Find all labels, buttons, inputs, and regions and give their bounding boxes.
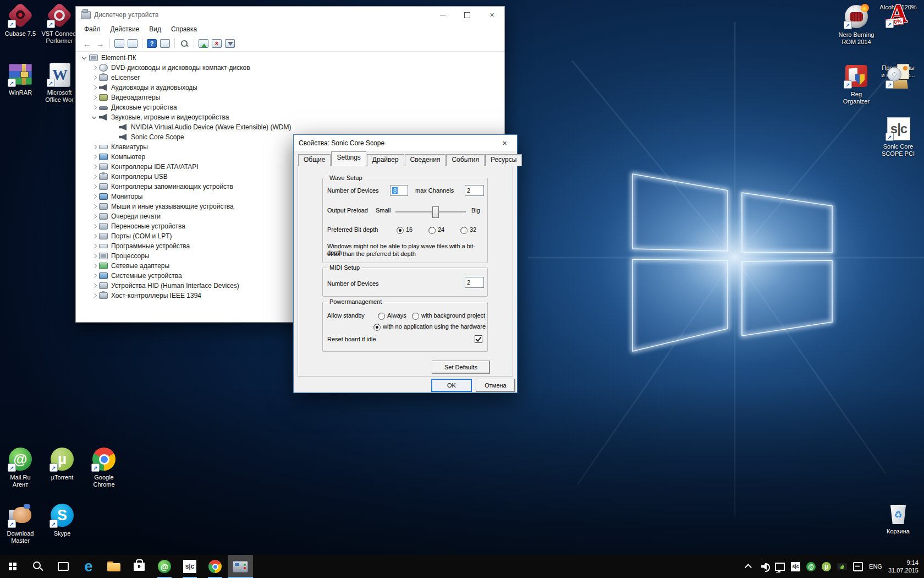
wave-devices-input[interactable]: 8 xyxy=(390,185,408,196)
chevron-right-icon[interactable] xyxy=(90,271,99,280)
taskbar-mailru-button[interactable]: @ xyxy=(152,555,177,578)
chevron-right-icon[interactable] xyxy=(90,281,99,290)
desktop-icon-download-master[interactable]: ↗ DownloadMaster xyxy=(0,502,43,544)
cancel-button[interactable]: Отмена xyxy=(476,379,515,392)
chevron-right-icon[interactable] xyxy=(90,212,99,221)
chevron-down-icon[interactable] xyxy=(80,53,89,62)
chevron-right-icon[interactable] xyxy=(90,242,99,250)
tray-utorrent-icon[interactable]: µ xyxy=(822,562,831,571)
taskbar-explorer-button[interactable] xyxy=(101,555,127,578)
tree-item-dvd[interactable]: DVD-дисководы и дисководы компакт-дисков xyxy=(76,63,504,73)
tree-item-audio-io[interactable]: Аудиовходы и аудиовыходы xyxy=(76,83,504,92)
disable-device-button[interactable] xyxy=(223,37,237,50)
help-button[interactable]: ? xyxy=(145,37,158,50)
desktop-icon-alcohol[interactable]: A 120% ↗ Alcohol 120% xyxy=(875,2,921,11)
dialog-close-button[interactable]: × xyxy=(492,135,517,151)
chevron-right-icon[interactable] xyxy=(90,232,99,241)
preload-slider-thumb[interactable] xyxy=(432,206,439,218)
uninstall-device-button[interactable]: × xyxy=(210,37,223,50)
desktop-icon-chrome[interactable]: ↗ GoogleChrome xyxy=(81,446,127,488)
task-view-button[interactable] xyxy=(51,555,76,578)
update-driver-button[interactable] xyxy=(197,37,210,50)
tab-resources[interactable]: Ресурсы xyxy=(485,154,522,166)
menu-help[interactable]: Справка xyxy=(166,24,202,34)
search-button[interactable] xyxy=(25,555,51,578)
back-button[interactable]: ← xyxy=(80,37,94,50)
chevron-right-icon[interactable] xyxy=(90,202,99,211)
tray-mailru-icon[interactable]: @ xyxy=(806,562,816,571)
taskbar-edge-button[interactable]: e xyxy=(76,555,101,578)
preload-slider-track[interactable] xyxy=(395,211,466,212)
desktop-icon-nero[interactable]: ↗ Nero BurningROM 2014 xyxy=(833,3,879,46)
chevron-right-icon[interactable] xyxy=(90,93,99,102)
chevron-right-icon[interactable] xyxy=(90,143,99,151)
chevron-right-icon[interactable] xyxy=(90,152,99,161)
bitdepth-24-radio[interactable] xyxy=(428,227,436,234)
volume-button[interactable] xyxy=(759,561,769,571)
taskbar-chrome-button[interactable] xyxy=(202,555,228,578)
tab-general[interactable]: Общие xyxy=(298,154,331,166)
standby-noapp-radio[interactable] xyxy=(373,324,381,331)
language-indicator[interactable]: ENG xyxy=(869,563,882,570)
network-button[interactable] xyxy=(775,561,785,571)
desktop-icon-skype[interactable]: S ↗ Skype xyxy=(39,502,85,537)
tree-item-element-pk[interactable]: Element-ПК xyxy=(76,53,504,63)
max-channels-input[interactable]: 2 xyxy=(465,185,484,196)
desktop-icon-scope-pci[interactable]: s|c ↗ Sonic CoreSCOPE PCI xyxy=(875,115,921,157)
taskbar-scope-button[interactable]: s|c xyxy=(177,555,202,578)
tab-driver[interactable]: Драйвер xyxy=(367,154,404,166)
minimize-button[interactable] xyxy=(430,7,455,23)
desktop-icon-programs[interactable]: ↗ Программыи компоне... xyxy=(875,63,921,79)
desktop-icon-reg-organizer[interactable]: ↗ RegOrganizer xyxy=(833,63,879,105)
ok-button[interactable]: OK xyxy=(431,379,472,392)
bitdepth-16-radio[interactable] xyxy=(397,227,404,234)
bitdepth-32-radio[interactable] xyxy=(460,227,468,234)
show-console-tree-button[interactable] xyxy=(113,37,126,50)
desktop-icon-mailru[interactable]: @ ↗ Mail.RuАгент xyxy=(0,446,43,488)
menu-view[interactable]: Вид xyxy=(144,24,166,34)
midi-devices-input[interactable]: 2 xyxy=(465,277,484,288)
chevron-right-icon[interactable] xyxy=(90,222,99,231)
dialog-title-bar[interactable]: Свойства: Sonic Core Scope × xyxy=(294,135,517,151)
close-button[interactable]: × xyxy=(480,7,504,23)
set-defaults-button[interactable]: Set Defaults xyxy=(432,361,490,374)
tray-nvidia-icon[interactable] xyxy=(837,561,847,571)
chevron-right-icon[interactable] xyxy=(90,252,99,260)
tree-item-nvidia-virtual-audio[interactable]: NVIDIA Virtual Audio Device (Wave Extens… xyxy=(76,122,504,132)
desktop-icon-utorrent[interactable]: µ ↗ µTorrent xyxy=(39,446,85,481)
chevron-right-icon[interactable] xyxy=(90,291,99,300)
tree-item-disk-devices[interactable]: Дисковые устройства xyxy=(76,102,504,112)
start-button[interactable] xyxy=(0,555,25,578)
menu-action[interactable]: Действие xyxy=(106,24,145,34)
reset-idle-checkbox[interactable] xyxy=(475,335,482,343)
standby-always-radio[interactable] xyxy=(378,313,385,320)
tab-events[interactable]: События xyxy=(446,154,485,166)
tab-settings[interactable]: Settings xyxy=(331,151,366,166)
action-center-button[interactable] xyxy=(853,561,863,571)
forward-button[interactable]: → xyxy=(94,37,107,50)
maximize-button[interactable] xyxy=(455,7,480,23)
chevron-right-icon[interactable] xyxy=(90,63,99,72)
standby-background-radio[interactable] xyxy=(412,313,419,320)
tray-scope-icon[interactable]: s|c xyxy=(791,562,800,571)
chevron-right-icon[interactable] xyxy=(90,103,99,112)
tray-expand-button[interactable] xyxy=(743,561,753,571)
chevron-down-icon[interactable] xyxy=(90,113,99,122)
taskbar-store-button[interactable] xyxy=(127,555,152,578)
properties-button[interactable] xyxy=(126,37,139,50)
chevron-right-icon[interactable] xyxy=(90,162,99,171)
tab-details[interactable]: Сведения xyxy=(405,154,446,166)
list-view-button[interactable] xyxy=(158,37,172,50)
chevron-right-icon[interactable] xyxy=(90,261,99,270)
clock[interactable]: 9:14 31.07.2015 xyxy=(888,559,919,574)
chevron-right-icon[interactable] xyxy=(90,83,99,92)
chevron-right-icon[interactable] xyxy=(90,182,99,191)
chevron-right-icon[interactable] xyxy=(90,172,99,181)
chevron-right-icon[interactable] xyxy=(90,73,99,82)
title-bar[interactable]: Диспетчер устройств × xyxy=(76,7,504,23)
tree-item-elicenser[interactable]: eLicenser xyxy=(76,73,504,83)
tree-item-sound-video-game[interactable]: Звуковые, игровые и видеоустройства xyxy=(76,112,504,122)
taskbar-device-manager-button[interactable] xyxy=(228,555,253,578)
desktop-icon-recycle-bin[interactable]: ♻ Корзина xyxy=(875,500,921,535)
tree-item-video-adapters[interactable]: Видеоадаптеры xyxy=(76,92,504,102)
